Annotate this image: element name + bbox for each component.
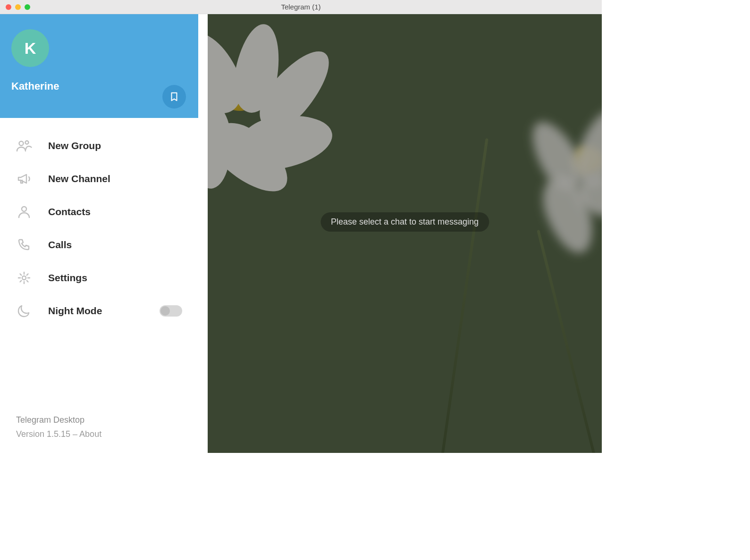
drawer-footer: Telegram Desktop Version 1.5.15 – About: [0, 413, 198, 453]
window-controls: [6, 4, 30, 10]
app-window: Telegram (1) K Katherine: [0, 0, 602, 453]
svg-point-2: [22, 207, 26, 211]
svg-point-3: [22, 276, 26, 280]
window-title: Telegram (1): [0, 3, 602, 11]
menu-item-contacts[interactable]: Contacts: [0, 195, 198, 228]
menu-label: New Channel: [48, 173, 110, 184]
menu-label: Settings: [48, 272, 87, 284]
titlebar: Telegram (1): [0, 0, 602, 14]
bookmark-icon: [169, 92, 179, 102]
moon-icon: [16, 303, 32, 319]
profile-name[interactable]: Katherine: [11, 80, 187, 92]
drawer-header: K Katherine: [0, 14, 198, 118]
person-icon: [16, 204, 32, 220]
menu-item-settings[interactable]: Settings: [0, 261, 198, 294]
menu-label: New Group: [48, 140, 101, 151]
app-name-label: Telegram Desktop: [16, 413, 182, 427]
minimize-window-button[interactable]: [15, 4, 21, 10]
avatar[interactable]: K: [11, 29, 49, 67]
close-window-button[interactable]: [6, 4, 11, 10]
menu-label: Contacts: [48, 206, 91, 217]
main-menu-drawer: K Katherine: [0, 14, 198, 453]
empty-chat-hint: Please select a chat to start messaging: [320, 212, 489, 232]
menu-label: Calls: [48, 239, 72, 251]
sidebar-column: K Katherine: [0, 14, 208, 453]
toggle-knob: [160, 306, 170, 316]
drawer-menu: New Group New Channel: [0, 118, 198, 413]
chat-dim-overlay[interactable]: [208, 14, 602, 453]
menu-item-night-mode[interactable]: Night Mode: [0, 294, 198, 327]
avatar-initial: K: [25, 39, 36, 58]
gear-icon: [16, 270, 32, 286]
maximize-window-button[interactable]: [25, 4, 30, 10]
phone-icon: [16, 237, 32, 253]
night-mode-toggle[interactable]: [160, 305, 182, 317]
group-icon: [16, 138, 32, 154]
version-about-link[interactable]: Version 1.5.15 – About: [16, 427, 182, 442]
app-body: K Katherine: [0, 14, 602, 453]
megaphone-icon: [16, 171, 32, 187]
menu-label: Night Mode: [48, 305, 102, 317]
menu-item-calls[interactable]: Calls: [0, 228, 198, 261]
menu-item-new-channel[interactable]: New Channel: [0, 162, 198, 195]
menu-item-new-group[interactable]: New Group: [0, 129, 198, 162]
svg-point-1: [25, 141, 29, 144]
svg-point-0: [19, 142, 24, 146]
saved-messages-button[interactable]: [162, 85, 186, 109]
chat-area: Please select a chat to start messaging: [208, 14, 602, 453]
